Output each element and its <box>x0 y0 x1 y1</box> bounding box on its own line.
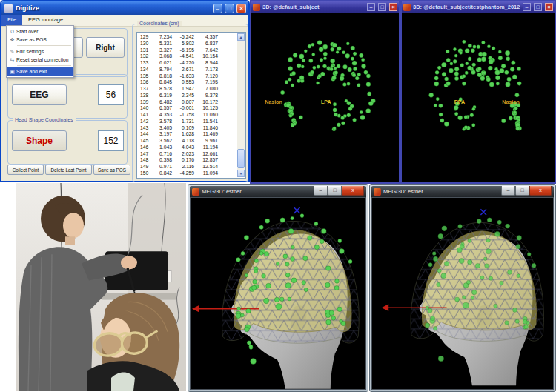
cloud-dot <box>459 258 464 263</box>
meg3d-left-viewport[interactable] <box>190 197 366 390</box>
cloud-dot <box>329 310 334 316</box>
cloud-dot <box>348 259 352 263</box>
eeg-count-field[interactable]: 56 <box>98 84 124 105</box>
scroll-thumb[interactable] <box>237 149 245 168</box>
cloud-dot <box>462 74 466 78</box>
cloud-dot <box>465 71 469 75</box>
fig3d-left-viewport[interactable]: NasionLPA <box>251 13 399 182</box>
close-button[interactable]: × <box>545 3 553 11</box>
cloud-dot <box>280 218 285 222</box>
fig3d-left-title: 3D: @default_subject <box>262 4 364 10</box>
cloud-dot <box>428 262 432 266</box>
meg3d-left-titlebar[interactable]: MEG/3D: esther – □ x <box>190 186 366 197</box>
maximize-button[interactable]: □ <box>328 186 342 196</box>
shape-count-field[interactable]: 152 <box>98 130 124 151</box>
cloud-dot <box>299 54 304 59</box>
close-button[interactable]: × <box>389 3 397 11</box>
cloud-dot <box>337 307 342 312</box>
cloud-dot <box>352 73 356 77</box>
cloud-dot <box>279 297 284 302</box>
menu-item-save-and-exit[interactable]: ▣Save and exit <box>7 67 73 76</box>
delete-last-point-button[interactable]: Delete Last Point <box>45 165 92 175</box>
menu-item-edit-settings[interactable]: ✎Edit settings... <box>7 47 73 56</box>
close-button[interactable]: x <box>529 186 552 196</box>
menu-item-save-as-pos[interactable]: ❖Save as POS... <box>7 36 73 44</box>
cloud-dot <box>449 68 453 73</box>
cloud-dot <box>274 297 279 302</box>
cloud-dot <box>330 67 334 71</box>
maximize-button[interactable]: □ <box>534 3 542 11</box>
menu-item-start-over[interactable]: ↺Start over <box>7 27 73 36</box>
menu-item-reset-serial-connection[interactable]: ⇆Reset serial connection <box>7 56 73 64</box>
coordinates-list[interactable]: 1297.234-5.2424.3571305.331-5.8026.83713… <box>136 32 246 179</box>
minimize-button[interactable]: – <box>213 4 222 13</box>
minimize-button[interactable]: – <box>523 3 531 11</box>
minimize-button[interactable]: – <box>314 186 328 196</box>
cloud-dot <box>293 53 297 57</box>
fiducial-label-nasion: Nasion <box>502 99 520 104</box>
maximize-button[interactable]: □ <box>225 4 234 13</box>
fig3d-right-viewport[interactable]: RPANasion <box>402 13 555 182</box>
coord-row: 1470.7162.02312.661 <box>139 151 236 158</box>
fig3d-left-titlebar[interactable]: 3D: @default_subject – □ × <box>251 1 399 13</box>
shape-button[interactable]: Shape <box>12 130 67 151</box>
cloud-dot <box>432 251 436 255</box>
coord-row: 1461.0434.04311.194 <box>139 144 236 151</box>
cloud-dot <box>311 43 314 46</box>
cloud-dot <box>254 259 258 262</box>
maximize-button[interactable]: □ <box>378 3 386 11</box>
fig3d-right-titlebar[interactable]: 3D: @default_subject/testphantom_2012080… <box>402 1 555 13</box>
close-button[interactable]: x <box>342 186 364 196</box>
cloud-dot <box>433 256 438 262</box>
cloud-dot <box>291 257 295 262</box>
cloud-dot <box>320 72 325 76</box>
cloud-dot <box>262 273 266 278</box>
coordinates-scrollbar[interactable]: ▲ ▼ <box>237 33 245 177</box>
cloud-dot <box>325 266 331 271</box>
menu-file[interactable]: File <box>1 15 22 26</box>
cloud-dot <box>439 104 443 108</box>
scroll-up-arrow[interactable]: ▲ <box>237 33 245 41</box>
file-menu-popup: ↺Start over❖Save as POS...✎Edit settings… <box>6 25 74 78</box>
right-button[interactable]: Right <box>86 37 125 58</box>
cloud-dot <box>468 57 471 61</box>
cloud-dot <box>454 112 458 116</box>
cloud-dot <box>338 239 342 242</box>
cloud-dot <box>331 316 336 320</box>
close-button[interactable]: × <box>236 4 246 13</box>
scroll-down-arrow[interactable]: ▼ <box>237 170 245 177</box>
collect-point-button[interactable]: Collect Point <box>7 165 44 175</box>
cloud-dot <box>288 57 292 62</box>
meg3d-right-viewport[interactable] <box>371 197 554 390</box>
coord-row: 1453.5624.1189.961 <box>139 138 236 144</box>
cloud-dot <box>517 274 520 278</box>
cloud-dot <box>470 113 474 117</box>
cloud-dot <box>314 245 319 249</box>
minimize-button[interactable]: – <box>501 186 515 196</box>
cloud-dot <box>285 262 289 266</box>
cloud-dot <box>512 75 517 79</box>
cloud-dot <box>434 76 438 80</box>
cloud-dot <box>351 46 355 50</box>
cloud-dot <box>483 71 486 74</box>
cloud-dot <box>323 56 326 59</box>
cloud-dot <box>276 304 282 310</box>
save-as-pos-icon: ❖ <box>8 37 16 43</box>
cloud-dot <box>431 316 435 320</box>
eeg-button[interactable]: EEG <box>12 84 67 105</box>
save-as-pos-button[interactable]: Save as POS <box>93 165 130 175</box>
cloud-dot <box>336 50 339 53</box>
digitize-titlebar[interactable]: Digitize – □ × <box>1 1 248 15</box>
cloud-dot <box>425 323 429 328</box>
maximize-button[interactable]: □ <box>515 186 529 196</box>
cloud-dot <box>291 124 294 127</box>
coord-row: 1423.578-1.73111.541 <box>139 119 236 125</box>
cloud-dot <box>487 218 492 222</box>
meg3d-right-titlebar[interactable]: MEG/3D: esther – □ x <box>371 186 554 197</box>
cloud-dot <box>454 105 458 110</box>
meg-scene <box>382 209 544 385</box>
cloud-dot <box>477 57 482 62</box>
minimize-button[interactable]: – <box>367 3 375 11</box>
menu-eeg-montage[interactable]: EEG montage <box>22 15 69 26</box>
meg3d-right-title: MEG/3D: esther <box>383 188 499 195</box>
